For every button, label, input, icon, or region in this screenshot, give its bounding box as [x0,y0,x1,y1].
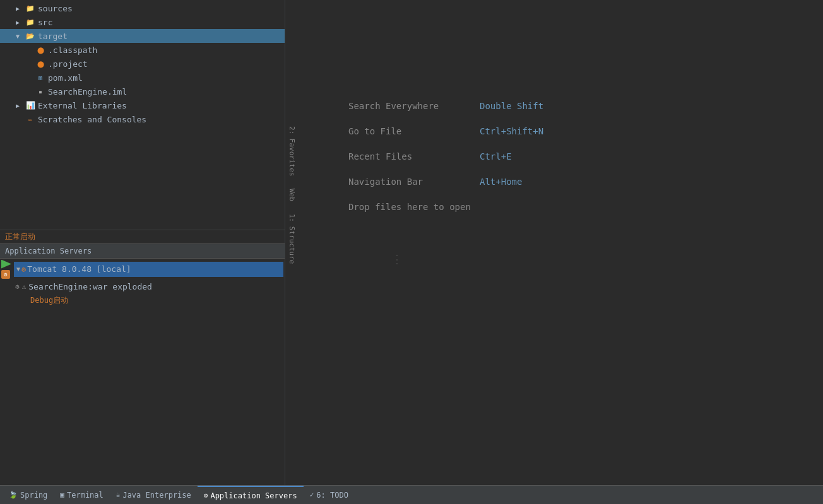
hint-recent-files: Recent Files Ctrl+E [348,151,512,161]
hint-shortcut: Ctrl+Shift+N [480,126,543,136]
terminal-icon: ▣ [60,491,64,499]
searchengine-label: SearchEngine:war exploded [28,282,152,291]
spring-tool[interactable]: 🍃 Spring [3,486,54,504]
folder-open-icon: 📂 [25,31,35,41]
tree-label-sources: sources [38,4,73,13]
separator-dots: ⋮ [391,252,403,266]
hint-text: Recent Files [348,151,475,161]
app-servers-icon: ⚙ [204,491,208,500]
arrow-icon: ▶ [13,100,23,110]
hint-search-everywhere: Search Everywhere Double Shift [348,101,543,111]
todo-tool[interactable]: ✓ 6: TODO [304,486,355,504]
right-vertical-labels: 2: Favorites Web 1: Structure [285,0,298,485]
tomcat-expand-arrow: ▼ [16,266,20,273]
hint-shortcut: Ctrl+E [480,151,512,161]
java-enterprise-icon: ☕ [116,491,121,499]
java-enterprise-tool[interactable]: ☕ Java Enterprise [110,486,198,504]
structure-label[interactable]: 1: Structure [288,214,296,264]
app-servers-label: Application Servers [210,491,297,500]
extlib-icon: 📊 [25,100,35,110]
java-enterprise-label: Java Enterprise [122,491,191,500]
project-tree[interactable]: ▶ 📁 sources ▶ 📁 src ▼ 📂 target [0,0,285,230]
spacer-icon [23,45,33,55]
tree-label-iml: SearchEngine.iml [48,87,127,97]
tomcat-label: Tomcat 8.0.48 [local] [27,264,131,274]
spring-icon: 🍃 [9,491,18,499]
gear-icon-sub: ⚙ [15,283,20,291]
folder-icon: 📁 [25,3,35,13]
tree-item-extlibs[interactable]: ▶ 📊 External Libraries [0,98,285,112]
tree-label-pomxml: pom.xml [48,73,83,83]
tomcat-server-item[interactable]: ▼ ⚙ Tomcat 8.0.48 [local] [14,262,283,277]
tree-item-pomxml[interactable]: m pom.xml [0,71,285,85]
hint-drop-files: Drop files here to open [348,202,471,212]
run-button[interactable] [1,260,11,269]
file-icon-orange: ⬤ [35,45,45,55]
spring-label: Spring [20,491,47,500]
editor-area: Search Everywhere Double Shift Go to Fil… [298,0,823,485]
arrow-icon: ▶ [13,3,23,13]
tree-label-project: .project [48,59,88,69]
m-icon: m [35,73,45,83]
hint-text: Go to File [348,126,475,136]
bottom-toolbar: 🍃 Spring ▣ Terminal ☕ Java Enterprise ⚙ … [0,485,823,504]
hint-shortcut: Alt+Home [480,177,522,187]
tree-item-project[interactable]: ⬤ .project [0,57,285,71]
hint-shortcut: Double Shift [480,101,543,111]
tree-item-scratches[interactable]: ✏ Scratches and Consoles [0,112,285,126]
app-servers-header: Application Servers [0,243,285,259]
hint-text: Search Everywhere [348,101,475,111]
terminal-tool[interactable]: ▣ Terminal [54,486,109,504]
spacer-icon [23,59,33,69]
normal-start-status: 正常启动 [0,230,285,243]
spacer-icon [23,86,33,97]
arrow-icon: ▶ [13,17,23,27]
todo-icon: ✓ [310,491,314,499]
tree-item-src[interactable]: ▶ 📁 src [0,15,285,29]
tomcat-gear-icon: ⚙ [21,265,26,274]
scratches-icon: ✏ [25,114,35,124]
folder-icon: 📁 [25,17,35,27]
tree-label-scratches: Scratches and Consoles [38,115,146,124]
tree-label-classpath: .classpath [48,45,97,55]
iml-icon: ▪ [35,86,45,97]
tree-item-sources[interactable]: ▶ 📁 sources [0,1,285,15]
todo-label: 6: TODO [316,491,348,500]
warning-icon: ⚠ [22,283,27,291]
debug-button[interactable]: ⚙ [1,270,10,279]
debug-start-status: Debug启动 [0,294,285,307]
hint-goto-file: Go to File Ctrl+Shift+N [348,126,543,136]
hint-text: Navigation Bar [348,177,475,187]
tree-label-extlibs: External Libraries [38,101,127,110]
file-icon-orange2: ⬤ [35,59,45,69]
tree-label-target: target [38,32,68,41]
searchengine-item[interactable]: ⚙ ⚠ SearchEngine:war exploded [0,280,285,294]
spacer-icon [13,114,23,124]
favorites-label[interactable]: 2: Favorites [288,126,296,176]
hint-plain: Drop files here to open [348,202,471,212]
application-servers-tool[interactable]: ⚙ Application Servers [198,486,304,504]
tree-label-src: src [38,18,52,27]
terminal-label: Terminal [67,491,104,500]
tree-item-classpath[interactable]: ⬤ .classpath [0,43,285,57]
arrow-down-icon: ▼ [13,31,23,41]
hint-navigation-bar: Navigation Bar Alt+Home [348,177,522,187]
web-label[interactable]: Web [288,189,296,201]
tree-item-target[interactable]: ▼ 📂 target [0,29,285,43]
app-servers-list[interactable]: ⚙ ▼ ⚙ Tomcat 8.0.48 [local] ⚙ ⚠ SearchEn… [0,259,285,486]
spacer-icon [23,73,33,83]
tree-item-iml[interactable]: ▪ SearchEngine.iml [0,85,285,98]
